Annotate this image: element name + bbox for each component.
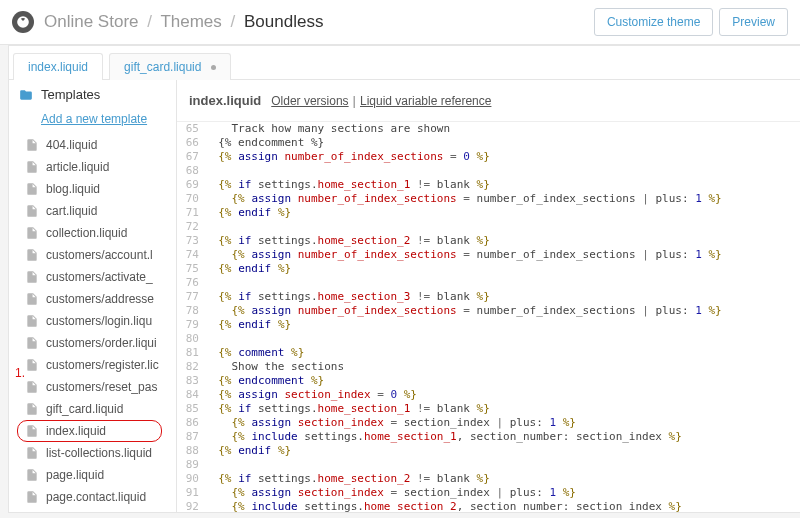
sidebar-file[interactable]: article.liquid bbox=[9, 156, 176, 178]
file-name: customers/account.l bbox=[46, 248, 153, 262]
liquid-reference-link[interactable]: Liquid variable reference bbox=[360, 94, 491, 108]
file-name: page.contact.liquid bbox=[46, 490, 146, 504]
file-name: customers/register.lic bbox=[46, 358, 159, 372]
sidebar-file[interactable]: 404.liquid bbox=[9, 134, 176, 156]
code-line[interactable]: 84 {% assign section_index = 0 %} bbox=[177, 388, 800, 402]
file-name: customers/order.liqui bbox=[46, 336, 157, 350]
file-icon bbox=[25, 292, 39, 306]
line-number: 89 bbox=[181, 458, 205, 472]
breadcrumb-store[interactable]: Online Store bbox=[44, 12, 139, 31]
file-icon bbox=[25, 138, 39, 152]
line-number: 83 bbox=[181, 374, 205, 388]
code-line[interactable]: 67 {% assign number_of_index_sections = … bbox=[177, 150, 800, 164]
line-number: 68 bbox=[181, 164, 205, 178]
preview-button[interactable]: Preview bbox=[719, 8, 788, 36]
customize-theme-button[interactable]: Customize theme bbox=[594, 8, 713, 36]
line-number: 73 bbox=[181, 234, 205, 248]
breadcrumb-themes[interactable]: Themes bbox=[160, 12, 221, 31]
sidebar-file[interactable]: blog.liquid bbox=[9, 178, 176, 200]
sidebar-file[interactable]: customers/reset_pas bbox=[9, 376, 176, 398]
code-line[interactable]: 71 {% endif %} bbox=[177, 206, 800, 220]
line-number: 75 bbox=[181, 262, 205, 276]
file-name: customers/addresse bbox=[46, 292, 154, 306]
line-number: 78 bbox=[181, 304, 205, 318]
code-line[interactable]: 77 {% if settings.home_section_3 != blan… bbox=[177, 290, 800, 304]
code-line[interactable]: 92 {% include settings.home_section_2, s… bbox=[177, 500, 800, 512]
sidebar-file[interactable]: cart.liquid bbox=[9, 200, 176, 222]
code-editor-panel: index.liquid Older versions | Liquid var… bbox=[177, 80, 800, 512]
line-number: 85 bbox=[181, 402, 205, 416]
code-line[interactable]: 91 {% assign section_index = section_ind… bbox=[177, 486, 800, 500]
line-number: 72 bbox=[181, 220, 205, 234]
sidebar-file[interactable]: customers/login.liqu bbox=[9, 310, 176, 332]
code-line[interactable]: 74 {% assign number_of_index_sections = … bbox=[177, 248, 800, 262]
section-templates[interactable]: Templates bbox=[9, 80, 176, 109]
file-icon bbox=[25, 358, 39, 372]
line-number: 67 bbox=[181, 150, 205, 164]
code-line[interactable]: 76 bbox=[177, 276, 800, 290]
older-versions-link[interactable]: Older versions bbox=[271, 94, 348, 108]
section-label: Templates bbox=[41, 87, 100, 102]
file-icon bbox=[25, 402, 39, 416]
line-number: 90 bbox=[181, 472, 205, 486]
code-line[interactable]: 82 Show the sections bbox=[177, 360, 800, 374]
sidebar-file[interactable]: index.liquid bbox=[9, 420, 176, 442]
sidebar-file[interactable]: collection.liquid bbox=[9, 222, 176, 244]
sidebar-file[interactable]: customers/activate_ bbox=[9, 266, 176, 288]
line-number: 84 bbox=[181, 388, 205, 402]
code-line[interactable]: 81 {% comment %} bbox=[177, 346, 800, 360]
file-name: cart.liquid bbox=[46, 204, 97, 218]
line-number: 87 bbox=[181, 430, 205, 444]
tab-gift-card-liquid[interactable]: gift_card.liquid bbox=[109, 53, 231, 80]
file-icon bbox=[25, 160, 39, 174]
file-icon bbox=[25, 468, 39, 482]
file-icon bbox=[25, 490, 39, 504]
code-line[interactable]: 85 {% if settings.home_section_1 != blan… bbox=[177, 402, 800, 416]
line-number: 81 bbox=[181, 346, 205, 360]
file-name: article.liquid bbox=[46, 160, 109, 174]
code-editor[interactable]: 65 Track how many sections are shown66 {… bbox=[177, 122, 800, 512]
code-line[interactable]: 73 {% if settings.home_section_2 != blan… bbox=[177, 234, 800, 248]
code-line[interactable]: 65 Track how many sections are shown bbox=[177, 122, 800, 136]
code-line[interactable]: 83 {% endcomment %} bbox=[177, 374, 800, 388]
editor-filename: index.liquid bbox=[189, 93, 261, 108]
sidebar-file[interactable]: customers/register.lic bbox=[9, 354, 176, 376]
line-number: 74 bbox=[181, 248, 205, 262]
code-line[interactable]: 89 bbox=[177, 458, 800, 472]
line-number: 69 bbox=[181, 178, 205, 192]
tab-index-liquid[interactable]: index.liquid bbox=[13, 53, 103, 80]
code-line[interactable]: 79 {% endif %} bbox=[177, 318, 800, 332]
sidebar-file[interactable]: page.contact.liquid bbox=[9, 486, 176, 508]
editor-tabs: index.liquid gift_card.liquid bbox=[13, 46, 800, 79]
code-line[interactable]: 78 {% assign number_of_index_sections = … bbox=[177, 304, 800, 318]
file-name: index.liquid bbox=[46, 424, 106, 438]
sidebar-file[interactable]: page.liquid bbox=[9, 464, 176, 486]
tab-label: gift_card.liquid bbox=[124, 60, 201, 74]
code-line[interactable]: 80 bbox=[177, 332, 800, 346]
add-template-link[interactable]: Add a new template bbox=[41, 112, 147, 126]
file-icon bbox=[25, 424, 39, 438]
code-line[interactable]: 86 {% assign section_index = section_ind… bbox=[177, 416, 800, 430]
code-line[interactable]: 70 {% assign number_of_index_sections = … bbox=[177, 192, 800, 206]
line-number: 71 bbox=[181, 206, 205, 220]
file-icon bbox=[25, 248, 39, 262]
sidebar-file[interactable]: customers/order.liqui bbox=[9, 332, 176, 354]
file-icon bbox=[25, 182, 39, 196]
code-line[interactable]: 68 bbox=[177, 164, 800, 178]
sidebar-file[interactable]: list-collections.liquid bbox=[9, 442, 176, 464]
code-line[interactable]: 72 bbox=[177, 220, 800, 234]
code-line[interactable]: 90 {% if settings.home_section_2 != blan… bbox=[177, 472, 800, 486]
code-line[interactable]: 88 {% endif %} bbox=[177, 444, 800, 458]
code-line[interactable]: 87 {% include settings.home_section_1, s… bbox=[177, 430, 800, 444]
file-name: customers/activate_ bbox=[46, 270, 153, 284]
code-line[interactable]: 66 {% endcomment %} bbox=[177, 136, 800, 150]
code-line[interactable]: 69 {% if settings.home_section_1 != blan… bbox=[177, 178, 800, 192]
sidebar-file[interactable]: customers/account.l bbox=[9, 244, 176, 266]
line-number: 77 bbox=[181, 290, 205, 304]
file-name: page.liquid bbox=[46, 468, 104, 482]
sidebar-file[interactable]: password.liquid bbox=[9, 508, 176, 512]
file-icon bbox=[25, 226, 39, 240]
code-line[interactable]: 75 {% endif %} bbox=[177, 262, 800, 276]
sidebar-file[interactable]: gift_card.liquid bbox=[9, 398, 176, 420]
sidebar-file[interactable]: customers/addresse bbox=[9, 288, 176, 310]
